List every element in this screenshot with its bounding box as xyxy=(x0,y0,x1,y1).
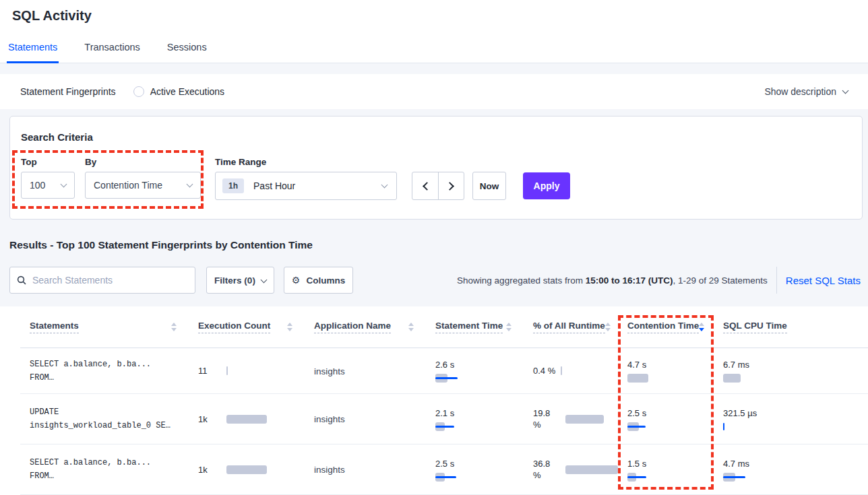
time-range-nav xyxy=(412,172,464,200)
column-header-statement-time[interactable]: Statement Time xyxy=(426,321,524,333)
filters-button[interactable]: Filters (0) xyxy=(206,267,274,294)
showing-stats-text: Showing aggregated stats from 15:00 to 1… xyxy=(457,275,768,286)
sort-icon[interactable] xyxy=(287,323,292,331)
blue-line xyxy=(435,476,456,478)
chevron-down-icon xyxy=(61,181,67,188)
search-icon xyxy=(17,275,26,285)
radio-statement-fingerprints[interactable]: Statement Fingerprints xyxy=(20,86,116,97)
column-header-sql-cpu-time[interactable]: SQL CPU Time xyxy=(714,321,868,333)
time-range-value: Past Hour xyxy=(253,180,295,191)
top-select[interactable]: 100 xyxy=(21,172,75,199)
divider xyxy=(776,267,777,294)
chevron-down-icon xyxy=(187,181,193,188)
radio-unselected-icon[interactable] xyxy=(133,86,144,97)
sort-icon-desc-active[interactable] xyxy=(699,323,704,331)
search-statements-input[interactable] xyxy=(32,275,188,286)
gear-icon: ⚙ xyxy=(292,275,301,286)
blue-tick xyxy=(723,423,724,430)
tab-bar: Statements Transactions Sessions xyxy=(7,42,208,63)
top-select-value: 100 xyxy=(30,180,45,191)
results-heading: Results - Top 100 Statement Fingerprints… xyxy=(9,239,313,251)
by-label: By xyxy=(85,157,96,167)
gray-bar xyxy=(627,374,648,383)
page-title: SQL Activity xyxy=(12,8,92,24)
sql-cpu-time-cell: 4.7 ms xyxy=(723,458,859,482)
apply-button[interactable]: Apply xyxy=(523,172,570,199)
chevron-down-icon xyxy=(260,276,267,283)
statement-fingerprint-link[interactable]: SELECT a.balance, b.ba...FROM… xyxy=(30,456,179,483)
blue-line xyxy=(723,476,745,478)
table-row[interactable]: SELECT a.balance, b.ba...FROM… 1k insigh… xyxy=(20,444,868,495)
sort-icon[interactable] xyxy=(408,323,414,331)
column-header-statements[interactable]: Statements xyxy=(20,321,189,333)
chevron-left-icon xyxy=(423,182,431,191)
gray-bar xyxy=(226,366,228,375)
gray-bar xyxy=(723,374,741,383)
statement-fingerprint-link[interactable]: UPDATEinsights_workload_table_0 SE… xyxy=(30,405,179,432)
time-range-badge: 1h xyxy=(222,178,244,193)
search-statements-box[interactable] xyxy=(9,267,195,294)
column-header-contention-time[interactable]: Contention Time xyxy=(618,321,714,333)
column-header-execution-count[interactable]: Execution Count xyxy=(189,321,305,333)
statement-time-cell: 2.6 s xyxy=(435,359,514,383)
column-header-application-name[interactable]: Application Name xyxy=(305,321,426,333)
columns-button[interactable]: ⚙ Columns xyxy=(284,267,353,294)
tab-transactions[interactable]: Transactions xyxy=(83,42,141,63)
toolbar-right: Showing aggregated stats from 15:00 to 1… xyxy=(457,267,861,294)
sql-cpu-time-cell: 6.7 ms xyxy=(723,359,859,383)
table-row[interactable]: SELECT a.balance, b.ba...FROM… 11 insigh… xyxy=(20,348,868,394)
chevron-right-icon xyxy=(445,182,454,191)
prev-time-button[interactable] xyxy=(412,172,438,199)
top-label: Top xyxy=(21,157,37,167)
column-header-pct-runtime[interactable]: % of All Runtime xyxy=(524,321,618,333)
sort-icon[interactable] xyxy=(171,323,177,331)
application-name-cell: insights xyxy=(314,366,345,376)
execution-count-cell: 11 xyxy=(198,366,295,376)
radio-label: Statement Fingerprints xyxy=(20,86,116,97)
contention-time-cell: 4.7 s xyxy=(627,359,704,383)
tab-statements[interactable]: Statements xyxy=(7,42,59,63)
radio-active-executions[interactable]: Active Executions xyxy=(133,86,225,97)
execution-count-cell: 1k xyxy=(198,414,295,424)
application-name-cell: insights xyxy=(314,414,345,424)
columns-label: Columns xyxy=(306,275,345,286)
blue-line xyxy=(435,377,458,379)
statement-time-cell: 2.1 s xyxy=(435,407,514,431)
pct-runtime-cell: 36.8 % xyxy=(533,458,609,481)
show-description-label: Show description xyxy=(764,86,836,97)
search-criteria-heading: Search Criteria xyxy=(21,131,93,143)
now-button[interactable]: Now xyxy=(472,172,506,200)
statement-fingerprint-link[interactable]: SELECT a.balance, b.ba...FROM… xyxy=(30,358,179,385)
sort-icon[interactable] xyxy=(605,323,611,331)
chevron-down-icon xyxy=(842,88,849,94)
statement-time-cell: 2.5 s xyxy=(435,458,514,482)
blue-line xyxy=(627,476,646,478)
sql-cpu-time-cell: 321.5 µs xyxy=(723,407,859,431)
by-select-value: Contention Time xyxy=(94,180,162,191)
show-description-toggle[interactable]: Show description xyxy=(764,74,848,109)
application-name-cell: insights xyxy=(314,465,345,475)
execution-count-cell: 1k xyxy=(198,465,295,475)
gray-bar xyxy=(226,465,267,474)
blue-line xyxy=(435,426,454,428)
results-toolbar: Filters (0) ⚙ Columns Showing aggregated… xyxy=(0,267,868,294)
contention-time-cell: 1.5 s xyxy=(627,458,704,482)
sql-activity-page: SQL Activity Statements Transactions Ses… xyxy=(0,0,868,495)
reset-sql-stats-link[interactable]: Reset SQL Stats xyxy=(786,275,861,286)
gray-bar xyxy=(561,366,562,375)
page-header: SQL Activity Statements Transactions Ses… xyxy=(0,0,868,63)
statements-table: Statements Execution Count Application N… xyxy=(0,306,868,495)
pct-runtime-cell: 0.4 % xyxy=(533,365,609,376)
next-time-button[interactable] xyxy=(438,172,464,199)
tab-sessions[interactable]: Sessions xyxy=(166,42,208,63)
by-select[interactable]: Contention Time xyxy=(85,172,201,199)
gray-bar xyxy=(226,415,267,424)
blue-line xyxy=(627,426,646,428)
sort-icon[interactable] xyxy=(506,323,512,331)
contention-time-cell: 2.5 s xyxy=(627,407,704,431)
time-range-select[interactable]: 1h Past Hour xyxy=(215,172,397,200)
gray-bar xyxy=(565,465,618,474)
pct-runtime-cell: 19.8 % xyxy=(533,407,609,430)
radio-label: Active Executions xyxy=(150,86,225,97)
table-row[interactable]: UPDATEinsights_workload_table_0 SE… 1k i… xyxy=(20,394,868,444)
